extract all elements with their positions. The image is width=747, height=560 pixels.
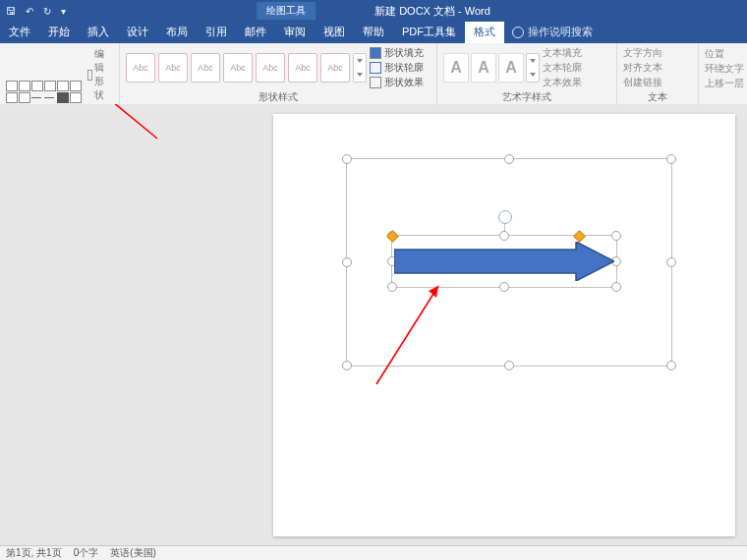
style-preset[interactable]: Abc xyxy=(126,53,155,83)
status-page[interactable]: 第1页, 共1页 xyxy=(6,546,62,560)
style-preset[interactable]: Abc xyxy=(223,53,253,83)
tab-layout[interactable]: 布局 xyxy=(157,21,197,43)
style-gallery-more[interactable] xyxy=(353,53,367,83)
style-preset[interactable]: Abc xyxy=(288,53,317,83)
style-preset[interactable]: Abc xyxy=(158,53,188,83)
resize-handle[interactable] xyxy=(499,282,509,292)
resize-handle[interactable] xyxy=(611,231,621,241)
resize-handle[interactable] xyxy=(666,154,676,164)
group-text: 文字方向 对齐文本 创建链接 文本 xyxy=(617,43,699,104)
position-button[interactable]: 位置 xyxy=(705,47,744,61)
wordart-preset[interactable]: A xyxy=(471,53,496,83)
shape-effects-button[interactable]: 形状效果 xyxy=(370,76,424,89)
annotation-arrow-1 xyxy=(64,104,162,143)
resize-handle[interactable] xyxy=(666,257,676,267)
align-text-button[interactable]: 对齐文本 xyxy=(623,61,662,75)
text-direction-button[interactable]: 文字方向 xyxy=(623,46,662,60)
tab-review[interactable]: 审阅 xyxy=(275,21,315,43)
resize-handle[interactable] xyxy=(342,154,352,164)
tab-view[interactable]: 视图 xyxy=(315,21,354,43)
shape-style-gallery[interactable]: Abc Abc Abc Abc Abc Abc Abc xyxy=(126,53,367,83)
style-preset[interactable]: Abc xyxy=(256,53,285,83)
group-label-shape-styles: 形状样式 xyxy=(126,89,431,105)
wordart-preset[interactable]: A xyxy=(443,53,469,83)
group-label-arrange xyxy=(705,90,744,103)
wordart-gallery[interactable]: A A A xyxy=(443,53,540,83)
tab-design[interactable]: 设计 xyxy=(118,21,157,43)
edit-shape-button[interactable]: 编辑形状 xyxy=(85,46,113,103)
tell-me-search[interactable]: 操作说明搜索 xyxy=(504,21,601,43)
wrap-text-button[interactable]: 环绕文字 xyxy=(705,62,744,76)
title-bar: 🖫 ↶ ↻ ▾ 绘图工具 新建 DOCX 文档 - Word xyxy=(0,0,747,22)
group-insert-shapes: 编辑形状 文本框 插入形状 xyxy=(0,43,120,104)
tab-home[interactable]: 开始 xyxy=(39,21,79,43)
tab-mailings[interactable]: 邮件 xyxy=(236,21,275,43)
group-label-text: 文本 xyxy=(623,89,692,105)
resize-handle[interactable] xyxy=(342,361,352,370)
undo-icon[interactable]: ↶ xyxy=(26,6,33,17)
wordart-preset[interactable]: A xyxy=(498,53,524,83)
rotate-handle[interactable] xyxy=(498,210,512,224)
ribbon-tabs: 文件 开始 插入 设计 布局 引用 邮件 审阅 视图 帮助 PDF工具集 格式 … xyxy=(0,22,747,43)
svg-line-1 xyxy=(74,104,157,139)
bring-forward-button[interactable]: 上移一层 xyxy=(705,77,744,90)
right-arrow-shape[interactable] xyxy=(394,242,614,281)
group-arrange: 位置 环绕文字 上移一层 xyxy=(699,43,747,104)
redo-icon[interactable]: ↻ xyxy=(43,6,51,17)
resize-handle[interactable] xyxy=(666,361,676,370)
bulb-icon xyxy=(512,27,524,38)
shape-fill-button[interactable]: 形状填充 xyxy=(370,46,424,60)
tab-insert[interactable]: 插入 xyxy=(79,21,118,43)
wordart-more[interactable] xyxy=(526,53,540,83)
save-icon[interactable]: 🖫 xyxy=(6,6,16,17)
svg-marker-0 xyxy=(394,242,614,281)
status-bar: 第1页, 共1页 0个字 英语(美国) xyxy=(0,545,747,560)
create-link-button[interactable]: 创建链接 xyxy=(623,76,662,89)
style-preset[interactable]: Abc xyxy=(191,53,220,83)
tab-pdf[interactable]: PDF工具集 xyxy=(393,21,465,43)
status-language[interactable]: 英语(美国) xyxy=(110,546,156,560)
text-outline-button[interactable]: 文本轮廓 xyxy=(543,61,582,75)
resize-handle[interactable] xyxy=(611,282,621,292)
document-title: 新建 DOCX 文档 - Word xyxy=(374,4,490,19)
tell-me-label: 操作说明搜索 xyxy=(528,25,593,39)
document-workspace[interactable] xyxy=(0,104,747,546)
tab-references[interactable]: 引用 xyxy=(197,21,236,43)
resize-handle[interactable] xyxy=(342,257,352,267)
quick-access-toolbar: 🖫 ↶ ↻ ▾ xyxy=(0,6,72,17)
contextual-tab-label: 绘图工具 xyxy=(257,2,316,20)
group-wordart: A A A 文本填充 文本轮廓 文本效果 艺术字样式 xyxy=(437,43,617,104)
status-word-count[interactable]: 0个字 xyxy=(74,546,99,560)
resize-handle[interactable] xyxy=(504,154,514,164)
text-effects-button[interactable]: 文本效果 xyxy=(543,76,582,89)
text-fill-button[interactable]: 文本填充 xyxy=(543,46,582,60)
tab-format[interactable]: 格式 xyxy=(465,21,504,43)
ribbon: 编辑形状 文本框 插入形状 Abc Abc Abc Abc Abc Abc Ab… xyxy=(0,43,747,105)
resize-handle[interactable] xyxy=(387,282,397,292)
qat-more-icon[interactable]: ▾ xyxy=(61,6,66,17)
style-preset[interactable]: Abc xyxy=(320,53,350,83)
resize-handle[interactable] xyxy=(499,231,509,241)
group-shape-styles: Abc Abc Abc Abc Abc Abc Abc 形状填充 形状轮廓 形状… xyxy=(120,43,437,104)
group-label-wordart: 艺术字样式 xyxy=(443,89,610,105)
tab-file[interactable]: 文件 xyxy=(0,21,39,43)
tab-help[interactable]: 帮助 xyxy=(354,21,393,43)
shape-outline-button[interactable]: 形状轮廓 xyxy=(370,61,424,75)
resize-handle[interactable] xyxy=(504,361,514,370)
